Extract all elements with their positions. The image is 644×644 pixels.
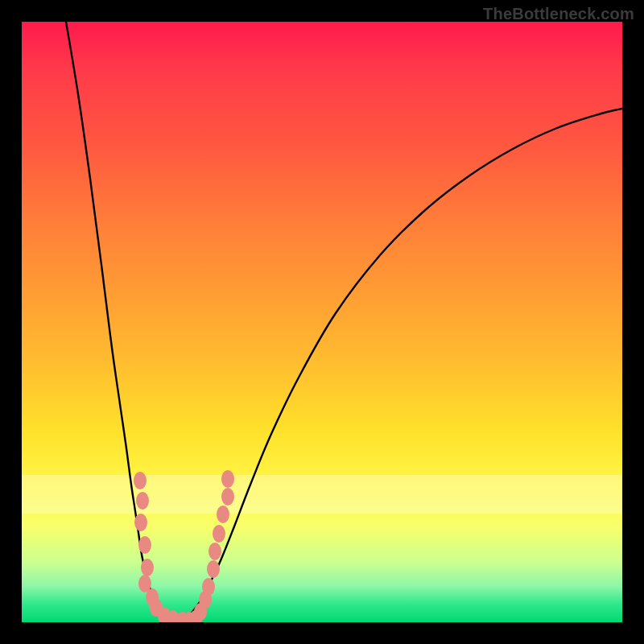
- data-dot: [221, 470, 234, 488]
- dot-layer: [134, 470, 234, 622]
- data-dot: [202, 578, 215, 596]
- data-dot: [134, 514, 147, 531]
- watermark-text: TheBottleneck.com: [483, 5, 634, 23]
- chart-svg: [22, 22, 622, 622]
- curve-1: [184, 109, 622, 619]
- data-dot: [136, 492, 149, 510]
- curve-layer: [66, 22, 622, 619]
- data-dot: [207, 560, 220, 578]
- curve-0: [66, 22, 184, 619]
- data-dot: [208, 543, 221, 560]
- plot-area: [22, 22, 622, 622]
- data-dot: [138, 536, 151, 554]
- data-dot: [217, 506, 229, 523]
- data-dot: [213, 525, 225, 543]
- chart-frame: TheBottleneck.com: [0, 0, 644, 644]
- data-dot: [221, 488, 234, 506]
- data-dot: [134, 472, 147, 489]
- data-dot: [141, 559, 154, 576]
